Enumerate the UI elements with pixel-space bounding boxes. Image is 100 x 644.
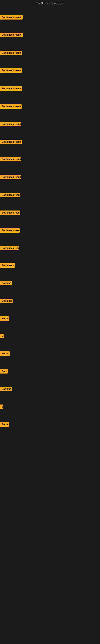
bottleneck-result-item[interactable]: Bottleneck result — [0, 157, 21, 162]
bottleneck-badge: Bottleneck — [0, 299, 13, 303]
site-title: TheBottlenecker.com — [0, 0, 100, 6]
bottleneck-result-item[interactable]: Bottleneck r — [0, 263, 15, 268]
bottleneck-result-item[interactable]: Bottleneck result — [0, 86, 22, 92]
bottleneck-result-item[interactable]: Bottleneck result — [0, 175, 21, 180]
bottleneck-result-item[interactable]: Bottleneck result — [0, 51, 22, 56]
bottleneck-result-item[interactable]: Bottleneck — [0, 299, 13, 304]
bottleneck-badge: Bottleneck r — [0, 263, 15, 268]
bottleneck-badge: Bottl — [0, 369, 8, 374]
bottleneck-badge: Bottleneck result — [0, 157, 21, 162]
bottleneck-badge: Bottlene — [0, 281, 12, 285]
bottleneck-result-item[interactable]: Bo — [0, 334, 4, 339]
bottleneck-result-item[interactable]: Bottleneck result — [0, 246, 19, 251]
bottleneck-result-item[interactable]: Bottle — [0, 422, 9, 428]
bottleneck-result-item[interactable]: Bottleneck result — [0, 228, 20, 234]
bottleneck-result-item[interactable]: Bottleneck result — [0, 15, 23, 20]
bottleneck-badge: Bottleneck result — [0, 140, 22, 144]
bottleneck-badge: Bottleneck result — [0, 122, 21, 126]
bottleneck-badge: Bottleneck result — [0, 15, 23, 20]
bottleneck-result-item[interactable]: Bottlene — [0, 387, 12, 392]
bottleneck-badge: Bottleneck result — [0, 175, 21, 179]
bottleneck-badge: Bottleneck result — [0, 210, 20, 215]
bottleneck-badge: Bo — [0, 334, 4, 338]
bottleneck-result-item[interactable]: Bottleneck result — [0, 210, 20, 216]
bottleneck-badge: Bottle — [0, 422, 9, 427]
bottleneck-badge: Bottler — [0, 352, 10, 356]
bottleneck-result-item[interactable]: Bottleneck result — [0, 32, 23, 38]
bottleneck-badge: Bottleneck result — [0, 104, 22, 109]
bottleneck-badge: Bottleneck result — [0, 228, 20, 233]
bottleneck-result-item[interactable]: Bottleneck result — [0, 122, 21, 127]
bottleneck-result-item[interactable]: Bottle — [0, 316, 9, 322]
bottleneck-badge: Bottleneck result — [0, 51, 22, 55]
bottleneck-result-item[interactable]: Bottler — [0, 352, 10, 356]
bottleneck-result-item[interactable]: Bottleneck result — [0, 104, 22, 110]
bottleneck-badge: Bottlene — [0, 387, 12, 391]
bottleneck-result-item[interactable]: Bottleneck result — [0, 140, 22, 145]
bottleneck-result-item[interactable]: Bottleneck result — [0, 193, 20, 198]
bottleneck-badge: Bottleneck result — [0, 32, 23, 37]
bottleneck-result-item[interactable]: Bottl — [0, 369, 8, 374]
bottleneck-result-item[interactable]: B — [0, 404, 3, 410]
bottleneck-result-item[interactable]: Bottlene — [0, 281, 12, 286]
bottleneck-badge: B — [0, 404, 3, 409]
bottleneck-result-item[interactable]: Bottleneck result — [0, 68, 22, 74]
bottleneck-badge: Bottleneck result — [0, 246, 19, 250]
bottleneck-badge: Bottleneck result — [0, 193, 20, 197]
bottleneck-badge: Bottle — [0, 316, 9, 321]
bottleneck-badge: Bottleneck result — [0, 68, 22, 73]
bottleneck-badge: Bottleneck result — [0, 86, 22, 91]
